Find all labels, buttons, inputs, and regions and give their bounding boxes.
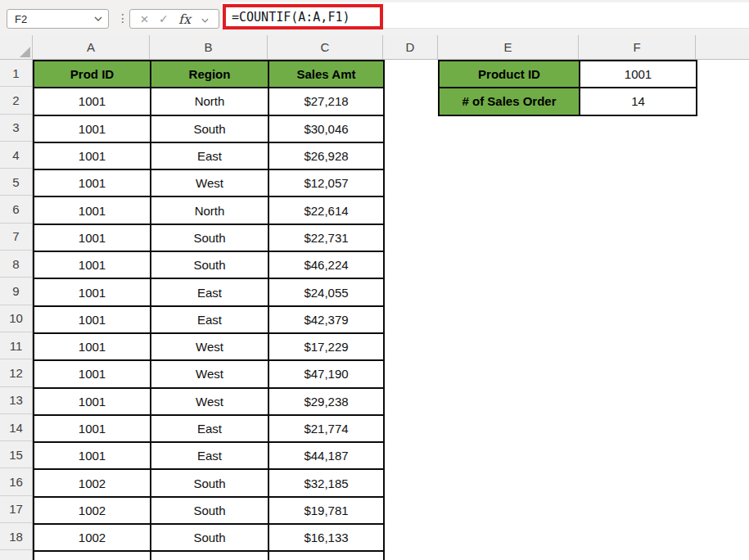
cell-sales-amt[interactable]: $22,614 <box>269 197 385 224</box>
chevron-down-icon[interactable] <box>94 16 102 21</box>
cells-area[interactable]: Prod ID Region Sales Amt 1001 North $27,… <box>33 60 749 560</box>
cell-sales-amt[interactable]: $26,928 <box>269 143 385 170</box>
cell-prod-id[interactable]: 1001 <box>34 443 151 470</box>
row-header-3[interactable]: 3 <box>0 115 32 142</box>
row-header-5[interactable]: 5 <box>0 169 32 196</box>
row-header-14[interactable]: 14 <box>0 414 32 441</box>
enter-icon[interactable]: ✓ <box>159 13 169 25</box>
cell-prod-id[interactable]: 1001 <box>34 252 151 279</box>
formula-input[interactable]: =COUNTIF(A:A,F1) <box>221 2 749 29</box>
cell-region[interactable]: East <box>151 416 269 443</box>
cell-region[interactable]: West <box>151 170 269 197</box>
cell-prod-id[interactable]: 1001 <box>34 225 151 252</box>
header-cell-sales-amt[interactable]: Sales Amt <box>269 61 385 88</box>
column-header-c[interactable]: C <box>268 35 383 59</box>
table-row: 1001 West $47,190 <box>34 361 385 388</box>
cell-prod-id[interactable]: 1002 <box>34 470 151 497</box>
cell-sales-amt[interactable]: $46,224 <box>269 252 385 279</box>
cell-sales-amt[interactable]: $24,055 <box>269 279 385 306</box>
cell-sales-amt[interactable]: $22,731 <box>269 225 385 252</box>
cell-product-id-value[interactable]: 1001 <box>580 61 697 88</box>
cell-region[interactable]: West <box>151 334 269 361</box>
cell-region[interactable]: South <box>151 225 269 252</box>
row-header-10[interactable]: 10 <box>0 305 32 332</box>
formula-controls: × ✓ fx <box>129 9 219 29</box>
header-cell-region[interactable]: Region <box>151 61 269 88</box>
cell-prod-id[interactable]: 1001 <box>34 307 151 334</box>
header-cell-prod-id[interactable]: Prod ID <box>34 61 151 88</box>
cell-prod-id[interactable]: 1002 <box>34 498 151 525</box>
row-header-12[interactable]: 12 <box>0 359 32 386</box>
cell-region[interactable]: South <box>151 252 269 279</box>
cancel-icon[interactable]: × <box>140 12 148 26</box>
cell-region[interactable]: South <box>151 116 269 143</box>
cell-prod-id[interactable]: 1001 <box>34 334 151 361</box>
cell-sales-amt[interactable]: $30,046 <box>269 116 385 143</box>
cell-region[interactable]: North <box>151 552 269 560</box>
cell-region[interactable]: South <box>151 525 269 552</box>
row-header-1[interactable]: 1 <box>0 60 32 87</box>
row-header-16[interactable]: 16 <box>0 468 32 495</box>
cell-sales-amt[interactable]: $29,238 <box>269 389 385 416</box>
row-header-15[interactable]: 15 <box>0 441 32 468</box>
cell-sales-amt[interactable]: $17,229 <box>269 334 385 361</box>
select-all-corner[interactable] <box>0 35 33 59</box>
row-header-2[interactable]: 2 <box>0 87 32 114</box>
row-header-9[interactable]: 9 <box>0 278 32 305</box>
cell-prod-id[interactable]: 1001 <box>34 279 151 306</box>
table-row: 1001 South $30,046 <box>34 116 385 143</box>
row-header-19[interactable]: 19 <box>0 550 32 560</box>
cell-prod-id[interactable]: 1001 <box>34 416 151 443</box>
cell-region[interactable]: West <box>151 389 269 416</box>
row-header-18[interactable]: 18 <box>0 523 32 550</box>
row-header-6[interactable]: 6 <box>0 196 32 223</box>
column-header-b[interactable]: B <box>150 35 268 59</box>
row-header-4[interactable]: 4 <box>0 142 32 169</box>
cell-sales-amt[interactable]: $32,185 <box>269 470 385 497</box>
row-header-17[interactable]: 17 <box>0 496 32 523</box>
cell-region[interactable]: North <box>151 88 269 115</box>
cell-prod-id[interactable]: 1002 <box>34 552 151 560</box>
cell-sales-amt[interactable]: $42,379 <box>269 307 385 334</box>
table-row: 1001 East $24,055 <box>34 279 385 306</box>
cell-sales-amt[interactable]: $21,774 <box>269 416 385 443</box>
cell-sales-amt[interactable]: $27,218 <box>269 88 385 115</box>
cell-sales-amt[interactable]: $19,844 <box>269 552 385 560</box>
cell-sales-amt[interactable]: $16,133 <box>269 525 385 552</box>
cell-prod-id[interactable]: 1002 <box>34 525 151 552</box>
cell-region[interactable]: West <box>151 361 269 388</box>
cell-prod-id[interactable]: 1001 <box>34 143 151 170</box>
row-header-7[interactable]: 7 <box>0 224 32 251</box>
cell-prod-id[interactable]: 1001 <box>34 116 151 143</box>
cell-region[interactable]: East <box>151 143 269 170</box>
cell-region[interactable]: North <box>151 197 269 224</box>
cell-prod-id[interactable]: 1001 <box>34 389 151 416</box>
cell-sales-order-count-label[interactable]: # of Sales Order <box>440 88 580 115</box>
cell-prod-id[interactable]: 1001 <box>34 361 151 388</box>
cell-region[interactable]: South <box>151 470 269 497</box>
cell-region[interactable]: East <box>151 307 269 334</box>
cell-sales-order-count-value[interactable]: 14 <box>580 88 697 115</box>
cell-prod-id[interactable]: 1001 <box>34 88 151 115</box>
column-header-d[interactable]: D <box>383 35 438 59</box>
cell-region[interactable]: South <box>151 498 269 525</box>
row-header-8[interactable]: 8 <box>0 251 32 278</box>
column-header-a[interactable]: A <box>33 35 150 59</box>
cell-region[interactable]: East <box>151 443 269 470</box>
column-header-f[interactable]: F <box>579 35 696 59</box>
cell-prod-id[interactable]: 1001 <box>34 197 151 224</box>
row-header-13[interactable]: 13 <box>0 387 32 414</box>
cell-sales-amt[interactable]: $44,187 <box>269 443 385 470</box>
insert-function-icon[interactable]: fx <box>178 11 191 27</box>
cell-sales-amt[interactable]: $19,781 <box>269 498 385 525</box>
cell-prod-id[interactable]: 1001 <box>34 170 151 197</box>
row-header-11[interactable]: 11 <box>0 332 32 359</box>
cell-sales-amt[interactable]: $12,057 <box>269 170 385 197</box>
cell-region[interactable]: East <box>151 279 269 306</box>
name-box[interactable]: F2 <box>7 9 109 29</box>
cell-product-id-label[interactable]: Product ID <box>440 61 580 88</box>
chevron-down-icon[interactable] <box>201 11 209 26</box>
cell-sales-amt[interactable]: $47,190 <box>269 361 385 388</box>
column-header-e[interactable]: E <box>438 35 579 59</box>
column-header-partial[interactable] <box>696 35 749 59</box>
